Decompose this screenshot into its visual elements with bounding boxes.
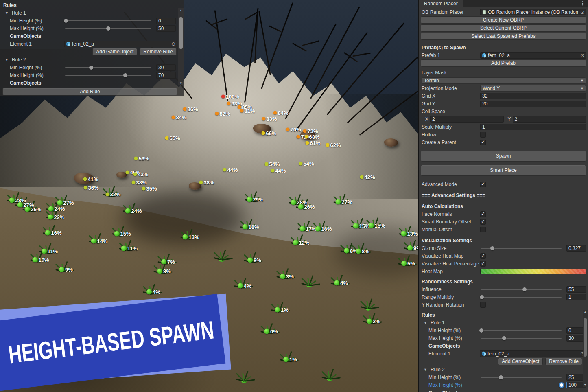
min-height-slider[interactable]: [65, 67, 151, 68]
heat-gizmo-dot: [161, 259, 166, 265]
heat-map-gradient[interactable]: [480, 269, 586, 274]
heat-gizmo-dot: [407, 245, 413, 251]
scroll-down-icon[interactable]: ▼: [178, 81, 184, 85]
inspector-rules-scrollbar[interactable]: ▲ ▼: [583, 310, 588, 387]
layer-mask-dropdown[interactable]: Terrain▼: [422, 77, 586, 84]
grid-x-input[interactable]: 32: [480, 93, 586, 99]
visualize-heat-percentage-checkbox[interactable]: [480, 261, 486, 267]
cell-space-label: Cell Space: [419, 107, 588, 115]
min-height-slider[interactable]: [481, 377, 562, 378]
heat-percentage-label: 12%: [293, 240, 309, 246]
heat-gizmo-dot: [264, 162, 268, 166]
scrollbar-thumb[interactable]: [179, 17, 183, 49]
cell-space-x-input[interactable]: 2: [430, 116, 503, 123]
heat-percentage-label: 16%: [45, 230, 61, 236]
manual-offset-checkbox[interactable]: [480, 227, 486, 232]
rule2-foldout[interactable]: ▼ Rule 2: [419, 366, 588, 373]
scroll-down-icon[interactable]: ▼: [583, 383, 588, 387]
max-height-value[interactable]: 50: [156, 25, 176, 32]
ob-random-placer-value: OB Random Placer Instance (OB Random Pla…: [488, 9, 579, 15]
min-height-slider[interactable]: [481, 330, 562, 331]
min-height-value[interactable]: 30: [156, 64, 176, 71]
create-new-obrp-button[interactable]: Create New OBRP: [421, 16, 586, 24]
heat-percentage-label: 8%: [247, 257, 261, 263]
influence-slider[interactable]: [481, 289, 562, 290]
gizmo-size-slider[interactable]: [481, 248, 562, 249]
ob-random-placer-field[interactable]: OB Random Placer Instance (OB Random Pla…: [480, 9, 586, 15]
heat-percentage-label: 0%: [264, 328, 278, 335]
cell-space-y-input[interactable]: 2: [513, 116, 586, 123]
range-multiply-slider[interactable]: [481, 297, 562, 298]
rules-scrollbar[interactable]: ▲ ▼: [178, 8, 184, 85]
max-height-slider[interactable]: [481, 385, 562, 385]
select-current-obrp-button[interactable]: Select Current OBRP: [421, 24, 586, 32]
spawn-button[interactable]: Spawn: [421, 151, 586, 162]
heat-percentage-label: 100%: [221, 94, 239, 100]
heat-gizmo-dot: [293, 240, 298, 245]
min-height-value[interactable]: 0: [156, 18, 176, 24]
heat-gizmo-dot: [199, 181, 203, 184]
heat-gizmo-dot: [298, 204, 303, 210]
heat-gizmo-dot: [125, 208, 130, 214]
heat-gizmo-dot: [273, 111, 277, 115]
advanced-mode-checkbox[interactable]: [480, 182, 486, 187]
min-height-slider[interactable]: [65, 20, 151, 21]
object-picker-icon[interactable]: ⊙: [171, 42, 175, 46]
kebab-menu-icon[interactable]: ⋮: [580, 0, 585, 6]
grid-x-label: Grid X: [422, 93, 479, 99]
influence-value[interactable]: 55: [566, 286, 586, 293]
heat-percentage-label: 8%: [157, 268, 171, 274]
scroll-up-icon[interactable]: ▲: [583, 310, 588, 314]
prefab-cube-icon: [482, 53, 487, 58]
element1-value: fern_02_a: [487, 351, 579, 357]
prefab1-field[interactable]: fern_02_a ⊙: [480, 52, 586, 59]
add-prefab-button[interactable]: Add Prefab: [421, 59, 586, 67]
remove-rule-button[interactable]: Remove Rule: [140, 48, 177, 55]
smart-boundary-checkbox[interactable]: [480, 219, 486, 225]
max-height-slider[interactable]: [65, 75, 151, 76]
banner-title: HEIGHT-BASED SPAWN: [0, 315, 216, 371]
hollow-checkbox[interactable]: [480, 132, 486, 138]
max-height-value[interactable]: 70: [156, 72, 176, 79]
face-normals-checkbox[interactable]: [480, 211, 486, 217]
create-parent-checkbox[interactable]: [480, 140, 486, 145]
y-random-rotation-checkbox[interactable]: [480, 302, 486, 308]
element1-object-field[interactable]: fern_02_a ⊙: [480, 350, 586, 357]
rule2-foldout[interactable]: ▼ Rule 2: [0, 56, 184, 64]
heat-gizmo-dot: [247, 258, 253, 263]
heat-gizmo-dot: [24, 207, 30, 212]
add-gameobject-button[interactable]: Add GameObject: [498, 358, 543, 365]
object-picker-icon[interactable]: ⊙: [580, 53, 584, 58]
smart-place-button[interactable]: Smart Place: [421, 165, 586, 176]
scroll-up-icon[interactable]: ▲: [178, 9, 184, 12]
projection-mode-dropdown[interactable]: World Y▼: [480, 85, 586, 92]
visualize-heat-map-label: Visualize Heat Map: [422, 253, 479, 259]
smart-boundary-label: Smart Boundary Offset: [422, 219, 479, 225]
add-gameobject-button[interactable]: Add GameObject: [92, 48, 137, 55]
dead-tree-stick: [212, 18, 228, 25]
gizmo-size-value[interactable]: 0.327: [566, 245, 586, 252]
range-multiply-value[interactable]: 1: [566, 294, 586, 300]
scrollbar-thumb[interactable]: [584, 318, 587, 357]
element1-object-field[interactable]: fern_02_a ⊙: [64, 41, 177, 47]
heat-gizmo-dot: [48, 215, 53, 220]
heat-gizmo-dot: [165, 136, 168, 140]
heat-gizmo-dot: [133, 173, 137, 176]
select-last-spawned-button[interactable]: Select Last Spawned Prefabs: [421, 33, 586, 40]
add-rule-button[interactable]: Add Rule: [2, 88, 177, 95]
min-height-label: Min Height (%): [10, 65, 63, 70]
visualize-heat-map-checkbox[interactable]: [480, 253, 486, 259]
tab-random-placer[interactable]: Random Placer: [419, 0, 463, 7]
object-picker-icon[interactable]: ⊙: [580, 10, 584, 15]
max-height-slider[interactable]: [481, 338, 562, 339]
gizmo-size-label: Gizmo Size: [422, 245, 479, 251]
heat-percentage-label: 1%: [275, 307, 289, 313]
remove-rule-button[interactable]: Remove Rule: [545, 358, 582, 365]
scale-multiply-input[interactable]: 1: [480, 124, 586, 130]
element1-value: fern_02_a: [72, 41, 170, 47]
max-height-slider[interactable]: [65, 28, 151, 29]
heat-percentage-label: 65%: [165, 135, 180, 141]
grid-y-input[interactable]: 20: [480, 101, 586, 107]
rule1-foldout[interactable]: ▼ Rule 1: [0, 9, 184, 17]
rule1-foldout[interactable]: ▼ Rule 1: [419, 319, 588, 326]
